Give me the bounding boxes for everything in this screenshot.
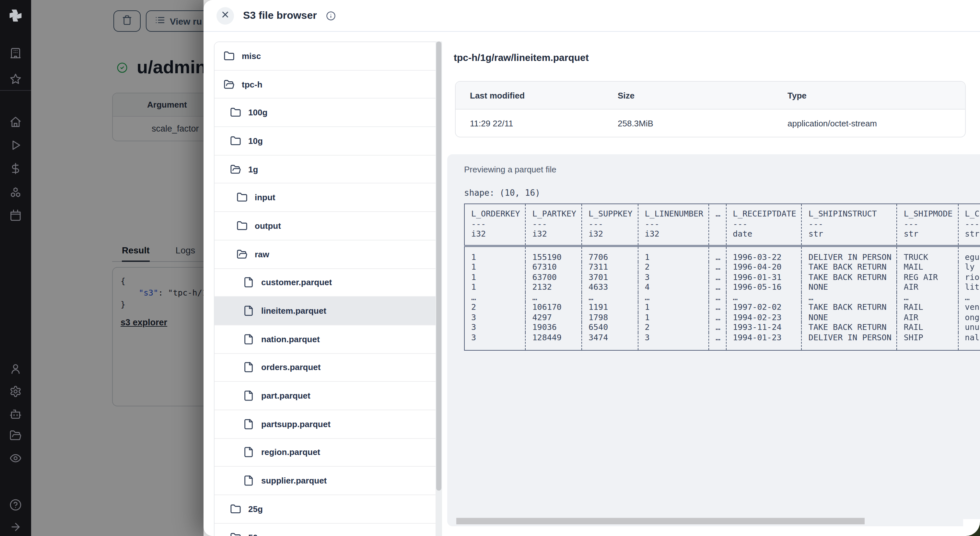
tree-item-10g[interactable]: 10g — [215, 127, 441, 155]
preview-cell: … — [638, 292, 709, 302]
star-icon[interactable] — [10, 73, 22, 85]
tree-item-misc[interactable]: misc — [215, 42, 441, 70]
preview-data-row: ……………………… — [465, 292, 980, 302]
preview-cell: nal — [958, 332, 980, 350]
preview-data-row: 312844934743…1994-01-23DELIVER IN PERSON… — [465, 332, 980, 350]
horizontal-scrollbar-thumb[interactable] — [456, 518, 865, 524]
preview-data-row: 31903665402…1993-11-24TAKE BACK RETURNRA… — [465, 322, 980, 332]
preview-cell: 2132 — [526, 282, 582, 292]
app-root: View ru u/admin Argument scale_factor Re… — [0, 0, 980, 536]
tree-item-input[interactable]: input — [215, 184, 441, 212]
tree-item-label: 1g — [248, 164, 258, 174]
preview-cell: … — [709, 332, 726, 350]
user-icon[interactable] — [10, 363, 22, 375]
windmill-logo — [7, 7, 24, 24]
preview-cell: TAKE BACK RETURN — [802, 262, 897, 272]
tree-item-supplier-parquet[interactable]: supplier.parquet — [215, 467, 441, 495]
preview-cell: 67310 — [526, 262, 582, 272]
file-details-table: Last modified Size Type 11:29 22/11 258.… — [455, 81, 966, 137]
sidebar-divider — [0, 90, 31, 91]
preview-cell: TAKE BACK RETURN — [802, 272, 897, 282]
shape-line: shape: (10, 16) — [464, 188, 540, 198]
help-icon[interactable] — [10, 499, 22, 511]
tree-item-nation-parquet[interactable]: nation.parquet — [215, 325, 441, 353]
preview-cell: 1 — [465, 262, 526, 272]
tree-scrollbar[interactable] — [436, 41, 442, 536]
file-details-value-row: 11:29 22/11 258.3MiB application/octet-s… — [456, 110, 965, 137]
tree-item-orders-parquet[interactable]: orders.parquet — [215, 353, 441, 382]
preview-cell: … — [709, 246, 726, 262]
preview-cell: RAIL — [897, 322, 958, 332]
tree-item-label: 50g — [248, 533, 263, 536]
preview-cell: 6540 — [582, 322, 638, 332]
preview-data-row: 115519077061…1996-03-22DELIVER IN PERSON… — [465, 246, 980, 262]
preview-data-row: 210617011911…1997-02-02TAKE BACK RETURNR… — [465, 302, 980, 312]
preview-data-row: 16370037013…1996-01-31TAKE BACK RETURNRE… — [465, 272, 980, 282]
home-icon[interactable] — [10, 116, 22, 128]
preview-cell: 1994-01-23 — [726, 332, 802, 350]
tree-item-1g[interactable]: 1g — [215, 156, 441, 184]
preview-cell: 3 — [638, 272, 709, 282]
preview-cell: 3701 — [582, 272, 638, 282]
file-icon — [243, 475, 254, 486]
preview-cell: 1191 — [582, 302, 638, 312]
info-icon[interactable] — [326, 11, 336, 21]
preview-cell: … — [709, 292, 726, 302]
preview-table: L_ORDERKEY---i32L_PARTKEY---i32L_SUPPKEY… — [464, 204, 980, 351]
preview-cell: 1996-04-20 — [726, 262, 802, 272]
modal-overlay[interactable] — [31, 0, 204, 536]
value-last-modified: 11:29 22/11 — [456, 119, 618, 128]
gear-icon[interactable] — [10, 385, 22, 398]
preview-cell: TAKE BACK RETURN — [802, 322, 897, 332]
calendar-icon[interactable] — [10, 209, 22, 221]
preview-cell: 3 — [638, 332, 709, 350]
preview-cell: AIR — [897, 312, 958, 322]
tree-item-100g[interactable]: 100g — [215, 99, 441, 127]
tree-item-label: input — [255, 193, 275, 202]
preview-cell: 1798 — [582, 312, 638, 322]
preview-cell: 1 — [638, 302, 709, 312]
tree-item-lineitem-parquet[interactable]: lineitem.parquet — [215, 297, 441, 325]
preview-cell: 1997-02-02 — [726, 302, 802, 312]
preview-col-l_partkey: L_PARTKEY---i32 — [526, 204, 582, 246]
preview-cell: … — [958, 292, 980, 302]
preview-header-row: L_ORDERKEY---i32L_PARTKEY---i32L_SUPPKEY… — [465, 204, 980, 246]
preview-cell: 2 — [465, 302, 526, 312]
folder-icon — [224, 51, 235, 62]
modal-header: S3 file browser — [204, 0, 980, 32]
tree-item-output[interactable]: output — [215, 212, 441, 240]
tree-item-raw[interactable]: raw — [215, 240, 441, 269]
dollar-icon[interactable] — [10, 162, 22, 175]
eye-icon[interactable] — [10, 452, 22, 464]
file-icon — [243, 362, 254, 373]
tree-item-part-parquet[interactable]: part.parquet — [215, 382, 441, 410]
preview-cell: 1996-05-16 — [726, 282, 802, 292]
preview-cell: NONE — [802, 312, 897, 322]
preview-cell: DELIVER IN PERSON — [802, 246, 897, 262]
preview-col-ellipsis: … — [709, 204, 726, 246]
tree-scrollbar-thumb[interactable] — [436, 41, 441, 491]
preview-cell: 3 — [465, 312, 526, 322]
play-icon[interactable] — [10, 139, 22, 151]
preview-col-l_shipinstruct: L_SHIPINSTRUCT---str — [802, 204, 897, 246]
tree-item-50g[interactable]: 50g — [215, 523, 441, 536]
tree-item-partsupp-parquet[interactable]: partsupp.parquet — [215, 410, 441, 439]
tree-item-25g[interactable]: 25g — [215, 495, 441, 523]
parquet-preview-panel: Previewing a parquet file shape: (10, 16… — [447, 154, 980, 526]
preview-col-l_receiptdate: L_RECEIPTDATE---date — [726, 204, 802, 246]
bot-icon[interactable] — [10, 408, 22, 420]
tree-item-tpc-h[interactable]: tpc-h — [215, 70, 441, 99]
preview-cell: egul — [958, 246, 980, 262]
tree-item-customer-parquet[interactable]: customer.parquet — [215, 269, 441, 297]
preview-cell: … — [709, 322, 726, 332]
preview-cell: TAKE BACK RETURN — [802, 302, 897, 312]
file-icon — [243, 334, 254, 345]
folder-open-icon[interactable] — [10, 429, 22, 442]
close-button[interactable] — [216, 7, 234, 24]
building-icon[interactable] — [10, 47, 22, 59]
arrow-right-icon[interactable] — [10, 521, 22, 533]
tree-item-label: 25g — [248, 504, 263, 514]
preview-cell: 1996-01-31 — [726, 272, 802, 282]
tree-item-region-parquet[interactable]: region.parquet — [215, 439, 441, 467]
boxes-icon[interactable] — [10, 186, 22, 199]
